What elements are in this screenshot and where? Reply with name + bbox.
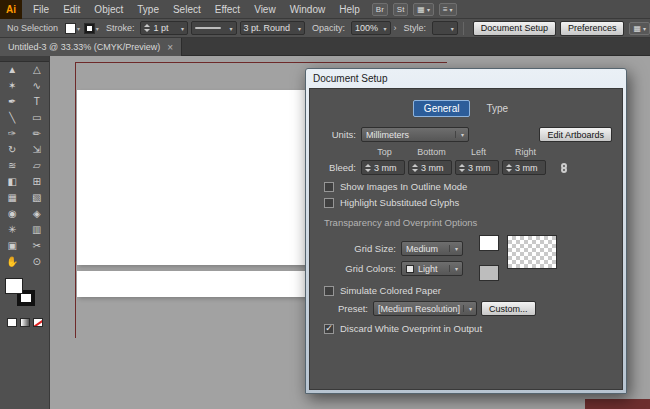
chevron-down-icon[interactable]: ▾ <box>448 25 454 32</box>
document-setup-button[interactable]: Document Setup <box>473 21 556 36</box>
perspective-grid-tool[interactable]: ⊞ <box>25 174 50 190</box>
bleed-right-field[interactable]: 3 mm <box>502 160 546 175</box>
symbol-sprayer-tool[interactable]: ✳ <box>0 222 25 238</box>
bleed-header-bottom: Bottom <box>408 147 455 157</box>
checkbox-label: Show Images In Outline Mode <box>340 181 467 192</box>
fill-color-swatch[interactable] <box>65 23 76 34</box>
control-bar: No Selection ▾ ▾ Stroke: 1 pt ▾ ▾ 3 pt. … <box>0 19 650 38</box>
rectangle-tool[interactable]: ▭ <box>25 110 50 126</box>
menu-lines-button[interactable]: ≡ ▾ <box>439 3 457 16</box>
menu-view[interactable]: View <box>247 0 283 19</box>
type-tool[interactable]: T <box>25 94 50 110</box>
checkbox-box-checked[interactable]: ✓ <box>324 324 334 334</box>
bleed-top-field[interactable]: 3 mm <box>361 160 405 175</box>
zoom-tool[interactable]: ⊙ <box>25 254 50 270</box>
magic-wand-tool[interactable]: ✶ <box>0 78 25 94</box>
edit-artboards-button[interactable]: Edit Artboards <box>539 127 612 142</box>
stroke-color-swatch[interactable] <box>84 23 95 34</box>
menu-window[interactable]: Window <box>283 0 333 19</box>
chevron-down-icon[interactable]: ▾ <box>295 25 301 32</box>
stock-button[interactable]: St <box>393 3 409 16</box>
spinner-arrows-icon[interactable] <box>365 164 371 172</box>
opacity-dropdown[interactable]: 100% ▾ <box>351 21 391 35</box>
chevron-down-icon[interactable]: ▾ <box>96 25 99 32</box>
grid-colors-dropdown[interactable]: Light ▾ <box>401 261 463 276</box>
checkbox-discard-white-overprint[interactable]: ✓ Discard White Overprint in Output <box>324 323 482 334</box>
units-dropdown[interactable]: Millimeters ▾ <box>361 127 469 142</box>
opacity-label: Opacity: <box>312 23 345 33</box>
stroke-label: Stroke: <box>106 23 135 33</box>
document-tab[interactable]: Untitled-3 @ 33.33% (CMYK/Preview) × <box>0 38 182 56</box>
menu-object[interactable]: Object <box>87 0 130 19</box>
free-transform-tool[interactable]: ▱ <box>25 158 50 174</box>
bleed-left-field[interactable]: 3 mm <box>455 160 499 175</box>
slice-tool[interactable]: ✂ <box>25 238 50 254</box>
chevron-down-icon[interactable]: ▾ <box>381 25 387 32</box>
chevron-down-icon[interactable]: ▾ <box>77 25 80 32</box>
width-tool[interactable]: ≋ <box>0 158 25 174</box>
menu-help[interactable]: Help <box>332 0 367 19</box>
menu-edit[interactable]: Edit <box>56 0 87 19</box>
direct-selection-tool[interactable]: △ <box>25 62 50 78</box>
workspace-switcher[interactable]: ▦ ▾ <box>413 3 434 16</box>
selection-tool[interactable]: ▲ <box>0 62 25 78</box>
link-icon[interactable] <box>559 163 569 173</box>
checkbox-highlight-glyphs[interactable]: Highlight Substituted Glyphs <box>324 197 459 208</box>
mesh-tool[interactable]: ▦ <box>0 190 25 206</box>
tab-type[interactable]: Type <box>475 100 519 117</box>
checkbox-simulate-paper[interactable]: Simulate Colored Paper <box>324 285 441 296</box>
menu-lines-icon: ≡ <box>443 5 448 14</box>
scale-tool[interactable]: ⇲ <box>25 142 50 158</box>
pencil-tool[interactable]: ✏ <box>25 126 50 142</box>
tab-general[interactable]: General <box>413 100 471 117</box>
checkbox-box[interactable] <box>324 182 334 192</box>
white-grid-swatch <box>479 235 499 251</box>
color-button[interactable] <box>7 318 17 327</box>
column-graph-tool[interactable]: ▥ <box>25 222 50 238</box>
width-profile-dropdown[interactable]: ▾ <box>191 21 237 35</box>
menu-effect[interactable]: Effect <box>208 0 247 19</box>
hand-tool[interactable]: ✋ <box>0 254 25 270</box>
menu-select[interactable]: Select <box>166 0 208 19</box>
checkbox-show-images-outline[interactable]: Show Images In Outline Mode <box>324 181 467 192</box>
spinner-arrows-icon[interactable] <box>144 24 150 32</box>
preset-dropdown[interactable]: [Medium Resolution] ▾ <box>373 301 477 316</box>
spinner-arrows-icon[interactable] <box>412 164 418 172</box>
grid-size-row: Grid Size: Medium ▾ <box>320 241 612 256</box>
preferences-button[interactable]: Preferences <box>560 21 625 36</box>
line-segment-tool[interactable]: ╲ <box>0 110 25 126</box>
fill-swatch[interactable] <box>5 278 23 294</box>
opacity-flyout-icon[interactable]: › <box>394 23 397 33</box>
gradient-button[interactable] <box>20 318 30 327</box>
bleed-bottom-field[interactable]: 3 mm <box>408 160 452 175</box>
grid-size-dropdown[interactable]: Medium ▾ <box>401 241 463 256</box>
rotate-tool[interactable]: ↻ <box>0 142 25 158</box>
style-dropdown[interactable]: ▾ <box>432 21 458 35</box>
gradient-tool[interactable]: ▧ <box>25 190 50 206</box>
menu-type[interactable]: Type <box>130 0 166 19</box>
spinner-arrows-icon[interactable] <box>506 164 512 172</box>
transparency-grid-preview <box>507 235 557 269</box>
spinner-arrows-icon[interactable] <box>459 164 465 172</box>
menu-file[interactable]: File <box>26 0 56 19</box>
chevron-down-icon[interactable]: ▾ <box>227 25 233 32</box>
close-icon[interactable]: × <box>167 42 173 53</box>
checkbox-box[interactable] <box>324 198 334 208</box>
dialog-title-bar[interactable]: Document Setup <box>306 69 626 88</box>
arrange-documents-button[interactable]: ▦ ▾ <box>629 22 650 35</box>
stroke-weight-field[interactable]: 1 pt ▾ <box>140 21 188 35</box>
custom-button[interactable]: Custom... <box>481 301 536 316</box>
lasso-tool[interactable]: ∿ <box>25 78 50 94</box>
paintbrush-tool[interactable]: ✑ <box>0 126 25 142</box>
chevron-down-icon[interactable]: ▾ <box>178 25 184 32</box>
eyedropper-tool[interactable]: ◉ <box>0 206 25 222</box>
shape-builder-tool[interactable]: ◧ <box>0 174 25 190</box>
pen-tool[interactable]: ✒ <box>0 94 25 110</box>
artboard-tool[interactable]: ▣ <box>0 238 25 254</box>
brush-definition-dropdown[interactable]: 3 pt. Round ▾ <box>240 21 305 35</box>
blend-tool[interactable]: ◈ <box>25 206 50 222</box>
checkbox-box[interactable] <box>324 286 334 296</box>
grid-icon: ▦ <box>417 5 425 14</box>
bridge-button[interactable]: Br <box>372 3 388 16</box>
none-button[interactable] <box>33 318 43 327</box>
